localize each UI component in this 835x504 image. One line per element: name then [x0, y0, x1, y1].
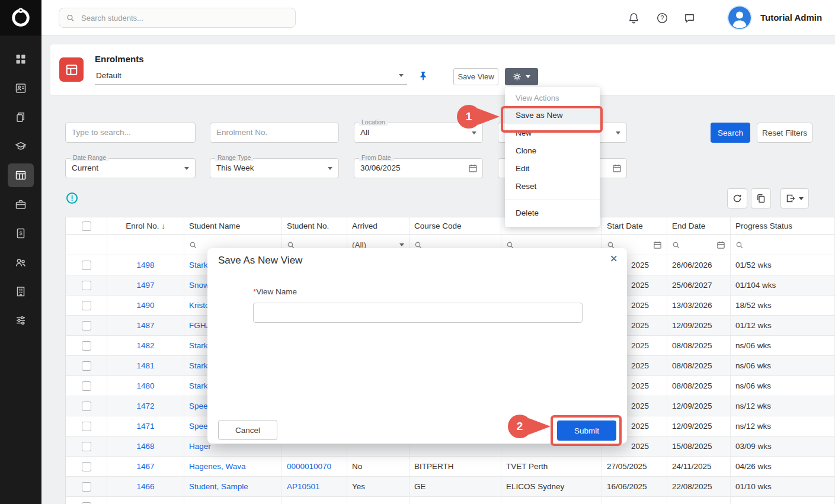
enrol-no-link[interactable]: 1472: [136, 402, 154, 410]
copy-icon: [756, 194, 766, 203]
student-no-link[interactable]: 0000010070: [287, 462, 331, 471]
notifications-button[interactable]: [627, 11, 640, 24]
student-name-link[interactable]: Student, Sample: [189, 482, 248, 491]
app-logo[interactable]: [0, 0, 41, 36]
sidebar-item-finance[interactable]: $: [8, 221, 34, 245]
select-all-checkbox[interactable]: [82, 221, 91, 231]
enrol-no-link[interactable]: 1490: [136, 301, 154, 310]
column-header-end-date[interactable]: End Date: [667, 217, 731, 235]
row-checkbox[interactable]: [82, 281, 91, 290]
filter-cell-progress[interactable]: [731, 235, 835, 255]
row-checkbox[interactable]: [82, 482, 91, 492]
sidebar-item-organisation[interactable]: [8, 280, 34, 303]
pin-view-button[interactable]: [417, 69, 430, 82]
search-button[interactable]: Search: [711, 123, 750, 143]
row-checkbox[interactable]: [82, 361, 91, 371]
student-name-link[interactable]: Stark,: [189, 261, 210, 269]
enrol-no-link[interactable]: 1466: [136, 482, 154, 491]
refresh-icon: [732, 194, 742, 203]
column-header-enrol-no[interactable]: Enrol No. ↓: [107, 217, 184, 235]
sidebar-item-documents[interactable]: [8, 105, 34, 129]
sidebar-item-enrolments[interactable]: [8, 163, 34, 187]
enrol-no-link[interactable]: 1468: [136, 442, 154, 451]
annotation-highlight-save-as-new: [501, 106, 603, 133]
row-checkbox[interactable]: [82, 462, 91, 471]
menu-item-clone[interactable]: Clone: [505, 142, 600, 160]
student-name-link[interactable]: Hager: [189, 442, 211, 451]
sidebar-item-agents[interactable]: [8, 251, 34, 274]
filter-keyword[interactable]: Type to search...: [65, 123, 196, 143]
enrol-no-link[interactable]: 1467: [136, 462, 154, 471]
student-name-link[interactable]: Hagenes, Wava: [189, 462, 246, 471]
student-name-link[interactable]: Stark,: [189, 341, 210, 350]
row-checkbox[interactable]: [82, 502, 91, 504]
annotation-arrow-2: [529, 418, 551, 435]
cancel-button[interactable]: Cancel: [218, 420, 277, 440]
sidebar-item-contacts[interactable]: [8, 76, 34, 100]
help-button[interactable]: ?: [655, 11, 668, 24]
reset-filters-button[interactable]: Reset Filters: [757, 123, 812, 143]
student-name-link[interactable]: Kristo: [189, 301, 210, 310]
export-icon: [786, 194, 796, 203]
menu-item-delete[interactable]: Delete: [505, 204, 600, 222]
enrol-no-link[interactable]: 1497: [136, 281, 154, 290]
user-avatar[interactable]: [728, 7, 751, 29]
invoice-icon: $: [15, 227, 27, 239]
menu-item-edit[interactable]: Edit: [505, 160, 600, 178]
sidebar-item-settings[interactable]: [8, 309, 34, 332]
view-selector[interactable]: Default: [95, 67, 407, 85]
messages-button[interactable]: [683, 11, 696, 24]
enrol-no-link[interactable]: 1481: [136, 361, 154, 370]
filter-from-date[interactable]: From Date 30/06/2025: [354, 158, 483, 178]
column-header-start-date[interactable]: Start Date: [602, 217, 667, 235]
student-name-link[interactable]: Stark,: [189, 361, 210, 370]
row-checkbox[interactable]: [82, 422, 91, 431]
filter-date-range[interactable]: Date Range Current: [65, 158, 196, 178]
user-name[interactable]: Tutorial Admin: [760, 12, 822, 23]
row-checkbox[interactable]: [82, 321, 91, 330]
filter-enrolment-no[interactable]: Enrolment No.: [210, 123, 339, 143]
page-title: Enrolments: [95, 54, 144, 64]
export-button[interactable]: [780, 188, 809, 208]
app-logo-icon: [9, 7, 32, 29]
column-header-progress-status[interactable]: Progress Status: [731, 217, 835, 235]
row-checkbox[interactable]: [82, 442, 91, 451]
student-no-link[interactable]: AP10501: [287, 482, 320, 491]
enrol-no-link[interactable]: 1487: [136, 321, 154, 330]
column-header-arrived[interactable]: Arrived: [347, 217, 409, 235]
filter-label: Location: [359, 118, 388, 126]
sidebar-item-services[interactable]: [8, 192, 34, 216]
enrol-no-link[interactable]: 1482: [136, 341, 154, 350]
save-view-button[interactable]: Save View: [453, 68, 498, 85]
enrol-no-link[interactable]: 1471: [136, 422, 154, 431]
info-icon[interactable]: !: [66, 192, 78, 204]
close-icon[interactable]: ×: [610, 251, 618, 267]
enrol-no-link[interactable]: 1498: [136, 261, 154, 269]
view-actions-button[interactable]: [505, 68, 538, 85]
row-checkbox[interactable]: [82, 341, 91, 351]
sidebar-item-dashboard[interactable]: [8, 47, 34, 71]
enrol-no-link[interactable]: 1480: [136, 381, 154, 390]
filter-cell-end-date[interactable]: [667, 235, 731, 255]
filter-value: Current: [72, 163, 98, 172]
row-checkbox[interactable]: [82, 381, 91, 391]
chevron-down-icon: [616, 131, 620, 134]
copy-button[interactable]: [751, 188, 771, 208]
table-row: [66, 497, 835, 504]
column-header-student-name[interactable]: Student Name: [184, 217, 282, 235]
sidebar-item-courses[interactable]: [8, 134, 34, 158]
table-header-row: Enrol No. ↓ Student Name Student No. Arr…: [66, 217, 835, 235]
table-icon: [65, 63, 78, 76]
row-checkbox[interactable]: [82, 261, 91, 270]
search-input[interactable]: [80, 13, 288, 23]
refresh-button[interactable]: [727, 188, 747, 208]
column-header-course-code[interactable]: Course Code: [409, 217, 501, 235]
view-name-input[interactable]: [253, 303, 583, 323]
filter-label: Date Range: [71, 154, 108, 161]
student-name-link[interactable]: Stark,: [189, 381, 210, 390]
column-header-student-no[interactable]: Student No.: [282, 217, 347, 235]
row-checkbox[interactable]: [82, 301, 91, 310]
menu-item-reset[interactable]: Reset: [505, 178, 600, 195]
filter-range-type[interactable]: Range Type This Week: [210, 158, 339, 178]
row-checkbox[interactable]: [82, 402, 91, 411]
